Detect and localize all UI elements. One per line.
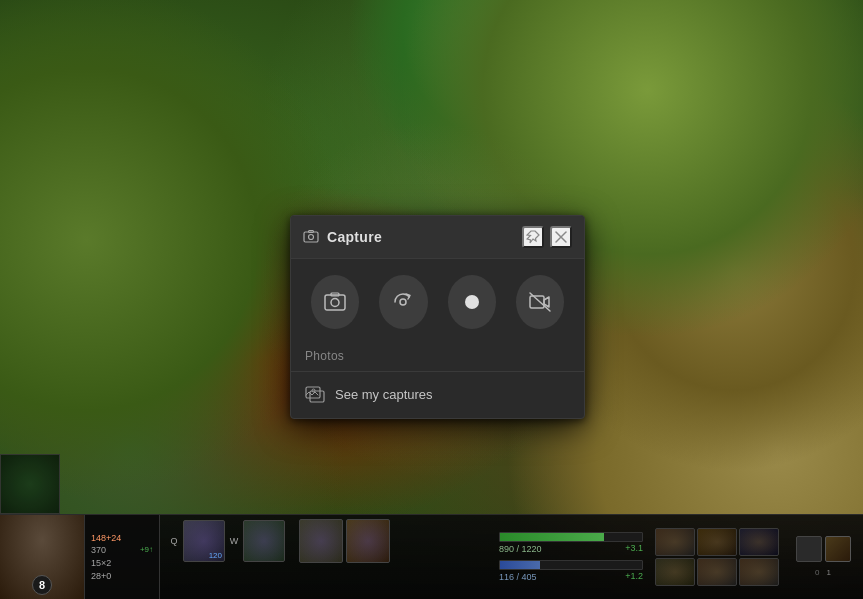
mana-bar-track bbox=[499, 560, 643, 570]
abilities-panel: Q 120 W bbox=[160, 515, 491, 599]
stat-line-2: 370 +9↑ bbox=[91, 544, 153, 557]
item-slot-2[interactable] bbox=[697, 528, 737, 556]
gold-count: 1 bbox=[825, 566, 833, 579]
mana-value: 116 / 405 bbox=[499, 572, 537, 582]
photos-section-label: Photos bbox=[291, 345, 584, 371]
ability-box-w[interactable] bbox=[243, 520, 285, 562]
record-dot bbox=[465, 295, 479, 309]
gallery-icon bbox=[305, 384, 325, 404]
health-mana-bars: 890 / 1220 +3.1 116 / 405 +1.2 bbox=[491, 515, 651, 599]
svg-point-6 bbox=[331, 299, 339, 307]
item-row-top bbox=[655, 528, 779, 556]
item-slot-4[interactable] bbox=[655, 558, 695, 586]
stat-line-3: 15×2 bbox=[91, 557, 153, 570]
record-button[interactable] bbox=[448, 275, 496, 329]
svg-rect-12 bbox=[310, 391, 324, 402]
capture-title: Capture bbox=[327, 229, 514, 245]
pin-button[interactable] bbox=[522, 226, 544, 248]
mana-bar-fill bbox=[500, 561, 540, 569]
health-bar-container: 890 / 1220 +3.1 bbox=[499, 532, 643, 554]
stat-bonus-2: +9↑ bbox=[140, 544, 153, 557]
hero-stats-panel: 148+24 370 +9↑ 15×2 28+0 bbox=[85, 515, 160, 599]
hero-level: 8 bbox=[32, 575, 52, 595]
svg-point-1 bbox=[309, 235, 314, 240]
mana-bar-container: 116 / 405 +1.2 bbox=[499, 560, 643, 582]
stat-val-3: 15×2 bbox=[91, 557, 111, 570]
svg-rect-9 bbox=[530, 296, 544, 308]
hero-portrait: 8 bbox=[0, 515, 85, 599]
svg-rect-0 bbox=[304, 232, 318, 242]
capture-divider bbox=[291, 371, 584, 372]
see-captures-row[interactable]: See my captures bbox=[291, 374, 584, 418]
item-slot-1[interactable] bbox=[655, 528, 695, 556]
mana-q: 120 bbox=[209, 551, 222, 560]
ability-key-w: W bbox=[228, 536, 240, 546]
ability-box-r[interactable] bbox=[346, 519, 390, 563]
capture-header-icon bbox=[303, 229, 319, 245]
svg-point-8 bbox=[400, 299, 406, 305]
svg-rect-5 bbox=[325, 295, 345, 310]
ability-key-q: Q bbox=[168, 536, 180, 546]
mana-regen: +1.2 bbox=[625, 571, 643, 582]
stat-line-1: 148+24 bbox=[91, 532, 153, 545]
ability-row: Q 120 W bbox=[168, 519, 483, 563]
health-value: 890 / 1220 bbox=[499, 544, 542, 554]
hud-right-panel: 0 1 bbox=[783, 515, 863, 599]
health-bar-track bbox=[499, 532, 643, 542]
ability-box-q[interactable]: 120 bbox=[183, 520, 225, 562]
item-slot-6[interactable] bbox=[739, 558, 779, 586]
items-panel bbox=[651, 515, 783, 599]
stat-val-2: 370 bbox=[91, 544, 106, 557]
item-slot-5[interactable] bbox=[697, 558, 737, 586]
webcam-off-button[interactable] bbox=[516, 275, 564, 329]
titlebar-actions bbox=[522, 226, 572, 248]
capture-buttons-row bbox=[291, 259, 584, 345]
tp-slot[interactable] bbox=[796, 536, 822, 562]
neutral-item-slot[interactable] bbox=[825, 536, 851, 562]
replay-button[interactable] bbox=[379, 275, 427, 329]
capture-popup: Capture bbox=[290, 215, 585, 419]
stat-val-4: 28+0 bbox=[91, 570, 111, 583]
stat-val-1: 148+24 bbox=[91, 532, 121, 545]
stat-line-4: 28+0 bbox=[91, 570, 153, 583]
close-button[interactable] bbox=[550, 226, 572, 248]
screenshot-button[interactable] bbox=[311, 275, 359, 329]
hud-bottom-bar: 8 148+24 370 +9↑ 15×2 28+0 Q 120 W bbox=[0, 514, 863, 599]
see-captures-text: See my captures bbox=[335, 387, 433, 402]
minimap bbox=[0, 454, 60, 514]
health-regen: +3.1 bbox=[625, 543, 643, 554]
item-slot-3[interactable] bbox=[739, 528, 779, 556]
health-bar-fill bbox=[500, 533, 604, 541]
item-charges: 0 bbox=[813, 566, 821, 579]
ability-box-e[interactable] bbox=[299, 519, 343, 563]
capture-titlebar: Capture bbox=[291, 216, 584, 259]
item-row-bottom bbox=[655, 558, 779, 586]
